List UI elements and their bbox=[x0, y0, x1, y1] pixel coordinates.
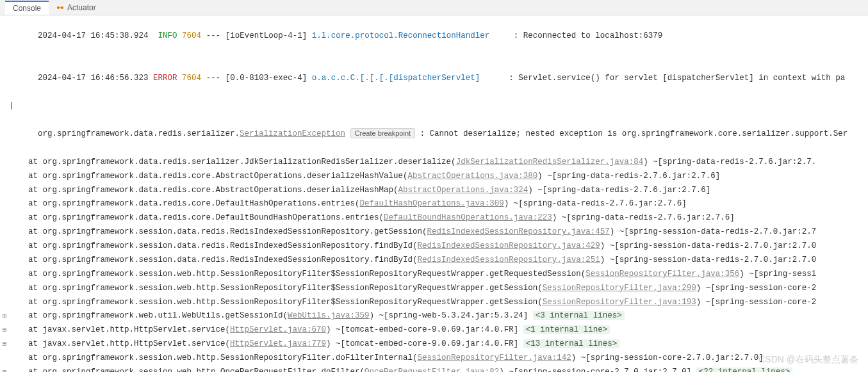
source-link[interactable]: HttpServlet.java:779 bbox=[230, 339, 326, 348]
exception-prefix: org.springframework.data.redis.serialize… bbox=[38, 129, 240, 138]
jar-info: ) ~[spring-sessi bbox=[739, 270, 816, 279]
folded-lines-badge[interactable]: <3 internal lines> bbox=[533, 311, 625, 320]
log-entry: 2024-04-17 16:46:56.323 ERROR 7604 --- [… bbox=[0, 58, 868, 100]
log-timestamp: 2024-04-17 16:45:38.924 bbox=[38, 31, 149, 40]
log-message: : Reconnected to localhost:6379 bbox=[514, 31, 663, 40]
source-link[interactable]: RedisIndexedSessionRepository.java:251 bbox=[418, 255, 600, 264]
stack-frame: at org.springframework.session.data.redi… bbox=[0, 225, 868, 239]
folded-lines-badge[interactable]: <1 internal line> bbox=[523, 325, 610, 334]
stack-frame: at org.springframework.session.web.http.… bbox=[0, 296, 868, 310]
stack-frame: at org.springframework.session.web.http.… bbox=[0, 282, 868, 296]
stack-text: at org.springframework.session.web.http.… bbox=[9, 368, 364, 372]
jar-info: ) ~[spring-data-redis-2.7.6.jar:2.7.6] bbox=[537, 172, 720, 181]
stack-text: at javax.servlet.http.HttpServlet.servic… bbox=[9, 339, 230, 348]
stack-frame: ⊞ at javax.servlet.http.HttpServlet.serv… bbox=[0, 323, 868, 337]
stack-text: at org.springframework.session.web.http.… bbox=[9, 298, 543, 307]
stack-text: at org.springframework.data.redis.core.A… bbox=[9, 186, 398, 195]
jar-info: ) ~[spring-session-core-2 bbox=[696, 284, 817, 293]
jar-info: ) ~[tomcat-embed-core-9.0.69.jar:4.0.FR] bbox=[326, 325, 523, 334]
stack-frame: at org.springframework.data.redis.serial… bbox=[0, 156, 868, 170]
jar-info: ) ~[spring-session-core-2.7.0.jar:2.7.0] bbox=[499, 368, 696, 372]
stack-frame: at org.springframework.session.data.redi… bbox=[0, 254, 868, 268]
exception-line: org.springframework.data.redis.serialize… bbox=[0, 113, 868, 156]
log-level: ERROR bbox=[153, 74, 177, 83]
stack-text: at org.springframework.session.data.redi… bbox=[9, 227, 427, 236]
jar-info: ) ~[spring-data-redis-2.7.6.jar:2.7. bbox=[643, 158, 816, 166]
exception-message: : Cannot deserialize; nested exception i… bbox=[420, 129, 848, 138]
log-entry: 2024-04-17 16:45:38.924 INFO 7604 --- [i… bbox=[0, 15, 868, 58]
log-logger: i.l.core.protocol.ReconnectionHandler bbox=[312, 31, 490, 40]
tab-actuator[interactable]: Actuator bbox=[49, 1, 104, 14]
stack-text: at org.springframework.data.redis.core.A… bbox=[9, 172, 408, 181]
stack-text: at org.springframework.session.web.http.… bbox=[9, 284, 543, 293]
jar-info: ) ~[spring-data-redis-2.7.6.jar:2.7.6] bbox=[504, 199, 687, 208]
stack-frame: at org.springframework.data.redis.core.D… bbox=[0, 211, 868, 225]
stack-text: at org.springframework.data.redis.serial… bbox=[9, 158, 456, 166]
tab-console[interactable]: Console bbox=[5, 1, 49, 15]
log-timestamp: 2024-04-17 16:46:56.323 bbox=[38, 74, 149, 83]
folded-lines-badge[interactable]: <22 internal lines> bbox=[696, 368, 793, 372]
jar-info: ) ~[spring-web-5.3.24.jar:5.3.24] bbox=[370, 311, 533, 320]
expand-gutter-icon[interactable]: ⊞ bbox=[0, 367, 9, 372]
stack-text: at org.springframework.data.redis.core.D… bbox=[9, 199, 360, 208]
source-link[interactable]: SessionRepositoryFilter.java:142 bbox=[418, 353, 571, 362]
console-tabs: Console Actuator bbox=[0, 0, 868, 15]
stack-text: at org.springframework.session.web.http.… bbox=[9, 353, 418, 362]
log-logger: o.a.c.c.C.[.[.[.[dispatcherServlet] bbox=[312, 74, 480, 83]
source-link[interactable]: WebUtils.java:359 bbox=[288, 311, 370, 320]
source-link[interactable]: HttpServlet.java:670 bbox=[230, 325, 326, 334]
stack-frame: ⊞ at org.springframework.web.util.WebUti… bbox=[0, 309, 868, 323]
source-link[interactable]: RedisIndexedSessionRepository.java:457 bbox=[427, 227, 610, 236]
expand-gutter-icon[interactable]: ⊞ bbox=[0, 311, 9, 323]
actuator-icon bbox=[56, 4, 64, 12]
source-link[interactable]: DefaultBoundHashOperations.java:223 bbox=[384, 213, 552, 222]
stack-text: at org.springframework.web.util.WebUtils… bbox=[9, 311, 288, 320]
source-link[interactable]: AbstractOperations.java:380 bbox=[408, 172, 538, 181]
stack-text: at javax.servlet.http.HttpServlet.servic… bbox=[9, 325, 230, 334]
jar-info: ) ~[spring-data-redis-2.7.6.jar:2.7.6] bbox=[552, 213, 735, 222]
jar-info: ) ~[spring-session-core-2 bbox=[696, 298, 817, 307]
console-output[interactable]: 2024-04-17 16:45:38.924 INFO 7604 --- [i… bbox=[0, 15, 868, 372]
jar-info: ) ~[spring-session-data-redis-2.7.0.jar:… bbox=[600, 255, 817, 264]
jar-info: ) ~[tomcat-embed-core-9.0.69.jar:4.0.FR] bbox=[326, 339, 523, 348]
stack-text: at org.springframework.session.web.http.… bbox=[9, 270, 585, 279]
log-thread: [ioEventLoop-4-1] bbox=[225, 31, 307, 40]
source-link[interactable]: DefaultHashOperations.java:309 bbox=[360, 199, 504, 208]
stack-frame: ⊞ at org.springframework.session.web.htt… bbox=[0, 366, 868, 372]
source-link[interactable]: SessionRepositoryFilter.java:356 bbox=[585, 270, 739, 279]
stack-frame: at org.springframework.data.redis.core.A… bbox=[0, 170, 868, 184]
source-link[interactable]: AbstractOperations.java:324 bbox=[398, 186, 528, 195]
expand-gutter-icon[interactable]: ⊞ bbox=[0, 325, 9, 336]
stack-text: at org.springframework.session.data.redi… bbox=[9, 255, 418, 264]
folded-lines-badge[interactable]: <13 internal lines> bbox=[523, 339, 620, 348]
stack-frame: ⊞ at javax.servlet.http.HttpServlet.serv… bbox=[0, 337, 868, 352]
expand-gutter-icon[interactable]: ⊞ bbox=[0, 339, 9, 350]
cursor-line: | bbox=[0, 99, 868, 113]
source-link[interactable]: RedisIndexedSessionRepository.java:429 bbox=[418, 241, 600, 250]
stack-frame: at org.springframework.data.redis.core.D… bbox=[0, 197, 868, 211]
stack-frame: at org.springframework.data.redis.core.A… bbox=[0, 184, 868, 198]
log-thread: [0.0-8103-exec-4] bbox=[225, 74, 307, 83]
log-level: INFO bbox=[158, 31, 177, 40]
log-pid: 7604 bbox=[182, 31, 201, 40]
source-link[interactable]: OncePerRequestFilter.java:82 bbox=[364, 368, 499, 372]
stack-text: at org.springframework.data.redis.core.D… bbox=[9, 213, 384, 222]
source-link[interactable]: SessionRepositoryFilter.java:290 bbox=[543, 284, 696, 293]
stack-frame: at org.springframework.session.data.redi… bbox=[0, 239, 868, 254]
exception-class-link[interactable]: SerializationException bbox=[240, 129, 345, 138]
source-link[interactable]: SessionRepositoryFilter.java:193 bbox=[543, 298, 696, 307]
jar-info: ) ~[spring-data-redis-2.7.6.jar:2.7.6] bbox=[528, 186, 710, 195]
jar-info: ) ~[spring-session-core-2.7.0.jar:2.7.0] bbox=[571, 353, 764, 362]
log-pid: 7604 bbox=[182, 74, 201, 83]
source-link[interactable]: JdkSerializationRedisSerializer.java:84 bbox=[456, 158, 644, 166]
stack-frame: at org.springframework.session.web.http.… bbox=[0, 268, 868, 282]
text-cursor: | bbox=[9, 99, 868, 113]
tab-actuator-label: Actuator bbox=[67, 3, 96, 12]
stack-text: at org.springframework.session.data.redi… bbox=[9, 241, 418, 250]
jar-info: ) ~[spring-session-data-redis-2.7.0.jar:… bbox=[610, 227, 817, 236]
jar-info: ) ~[spring-session-data-redis-2.7.0.jar:… bbox=[600, 241, 817, 250]
tab-console-label: Console bbox=[13, 4, 41, 13]
create-breakpoint-button[interactable]: Create breakpoint bbox=[350, 128, 415, 138]
stack-frame: at org.springframework.session.web.http.… bbox=[0, 352, 868, 366]
log-message: : Servlet.service() for servlet [dispatc… bbox=[509, 74, 845, 83]
